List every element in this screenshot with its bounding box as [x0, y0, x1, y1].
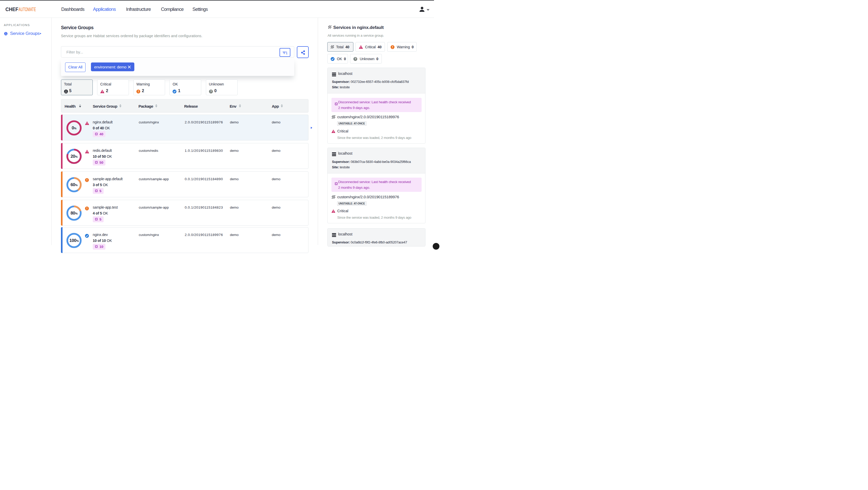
svg-text:?: ? [210, 90, 212, 93]
svg-text:1: 1 [285, 51, 287, 55]
svg-text:?: ? [355, 58, 356, 61]
